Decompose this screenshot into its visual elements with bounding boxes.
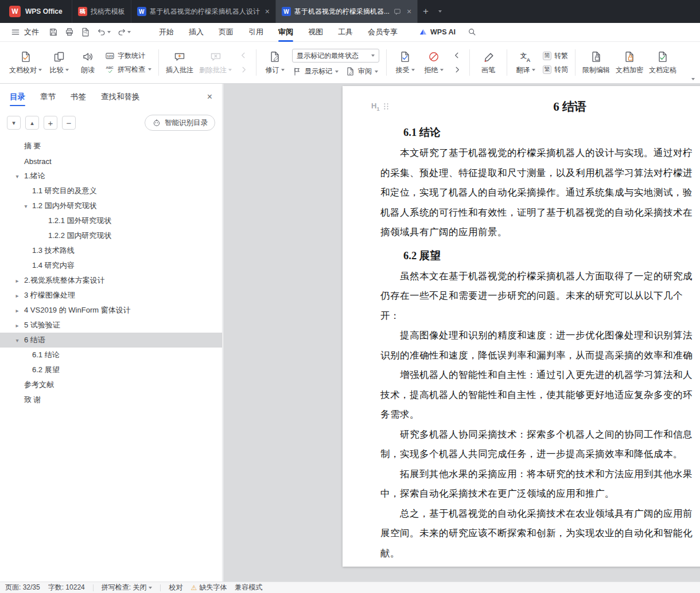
finalize-document-button[interactable]: 文档定稿 — [646, 45, 679, 80]
toc-item[interactable]: ▸2.视觉系统整体方案设计 — [0, 273, 222, 288]
previous-change-button[interactable] — [451, 50, 462, 61]
ink-brush-button[interactable]: 画笔 — [474, 45, 503, 80]
compare-button[interactable]: 比较 — [45, 45, 73, 80]
toc-item[interactable]: 6.1 结论 — [0, 348, 222, 362]
new-tab-button[interactable]: + — [417, 0, 434, 23]
chevron-down-icon — [127, 31, 131, 33]
compat-mode-badge[interactable]: 兼容模式 — [235, 583, 262, 592]
review-pane-button[interactable]: 审阅 — [345, 67, 378, 76]
toc-item[interactable]: Abstract — [0, 154, 222, 169]
close-icon[interactable]: × — [407, 7, 411, 15]
save-button[interactable] — [46, 25, 61, 39]
toc-item[interactable]: 1.2.2 国内研究现状 — [0, 228, 222, 243]
toc-item[interactable]: 参考文献 — [0, 377, 222, 392]
next-comment-button[interactable] — [238, 65, 249, 75]
document-body[interactable]: 6.1 结论 本文研究了基于机器视觉的柠檬采摘机器人的设计与实现。通过对柠 的采… — [380, 119, 700, 563]
undo-button[interactable] — [94, 25, 113, 39]
toc-item[interactable]: ▸4 VS2019 的 WinForm 窗体设计 — [0, 303, 222, 318]
print-button[interactable] — [62, 25, 77, 39]
compare-icon — [53, 50, 65, 63]
document-page[interactable]: H1 6 结语 6.1 结论 本文研究了基于机器视觉的柠檬采摘机器人的设计与实现… — [343, 86, 700, 567]
to-simplified-button[interactable]: 繁 转简 — [543, 65, 568, 75]
tab-tools[interactable]: 工具 — [330, 23, 360, 42]
chevron-down-icon[interactable]: ▾ — [22, 203, 30, 209]
spell-check-button[interactable]: ABC 拼写检查 — [105, 65, 151, 75]
chevron-down-icon[interactable]: ▾ — [13, 337, 21, 344]
toc-next-heading-button[interactable]: ▾ — [7, 116, 21, 130]
file-menu-button[interactable]: 文件 — [6, 27, 44, 37]
doc-line: 虽然本文在基于机器视觉的柠檬采摘机器人方面取得了一定的研究成 — [380, 267, 700, 287]
tab-review[interactable]: 审阅 — [271, 23, 301, 42]
missing-font-warning[interactable]: ⚠缺失字体 — [190, 583, 227, 592]
previous-comment-button[interactable] — [238, 50, 249, 61]
toc-item[interactable]: 1.2.1 国外研究现状 — [0, 213, 222, 228]
tab-chapters[interactable]: 章节 — [40, 84, 56, 110]
tab-home[interactable]: 开始 — [151, 23, 181, 42]
toc-item[interactable]: 1.4 研究内容 — [0, 258, 222, 273]
wps-ai-button[interactable]: WPS AI — [419, 28, 456, 37]
chevron-right-icon[interactable]: ▸ — [13, 322, 21, 329]
close-icon[interactable]: × — [207, 92, 212, 102]
encrypt-document-button[interactable]: 文档加密 — [613, 45, 646, 80]
chevron-right-icon[interactable]: ▸ — [13, 278, 21, 284]
word-count-button[interactable]: 123 字数统计 — [105, 51, 151, 61]
toc-item[interactable]: 摘 要 — [0, 139, 222, 154]
toc-expand-button[interactable]: + — [44, 116, 57, 130]
next-change-button[interactable] — [451, 65, 462, 75]
arrow-right-icon — [239, 65, 248, 75]
toc-item[interactable]: 6.2 展望 — [0, 362, 222, 377]
toc-item[interactable]: ▸5 试验验证 — [0, 318, 222, 333]
tab-document-1[interactable]: W 基于机器视觉的柠檬采摘机器人设计 × — [131, 0, 275, 23]
page-indicator[interactable]: 页面: 32/35 — [5, 583, 40, 592]
chevron-down-icon[interactable]: ▾ — [13, 173, 21, 180]
tab-template-doc[interactable]: 稿 找稿壳模板 — [72, 0, 131, 23]
toc-item[interactable]: 1.1 研究目的及意义 — [0, 184, 222, 198]
restrict-editing-button[interactable]: 限制编辑 — [580, 45, 613, 80]
delete-comment-button[interactable]: 删除批注 — [196, 45, 235, 80]
toc-item[interactable]: ▸3 柠檬图像处理 — [0, 288, 222, 303]
redo-button[interactable] — [114, 25, 133, 39]
translate-button[interactable]: 文A 翻译 — [511, 45, 540, 80]
search-button[interactable] — [465, 25, 480, 39]
proofread-button[interactable]: 校对 — [169, 583, 182, 592]
close-icon[interactable]: × — [265, 7, 270, 15]
toc-item[interactable]: 致 谢 — [0, 392, 222, 407]
doc-proofing-button[interactable]: 文档校对 — [6, 45, 45, 80]
show-markup-button[interactable]: 显示标记 — [292, 67, 339, 76]
accept-change-button[interactable]: 接受 — [391, 45, 419, 80]
tab-list-dropdown[interactable] — [434, 0, 446, 23]
toc-previous-heading-button[interactable]: ▴ — [25, 116, 39, 130]
tab-toc[interactable]: 目录 — [10, 84, 25, 110]
chat-icon[interactable] — [393, 7, 402, 16]
toc-item[interactable]: 1.3 技术路线 — [0, 243, 222, 258]
tab-document-2-active[interactable]: W 基于机器视觉的柠檬采摘机器... × — [275, 0, 417, 23]
print-preview-button[interactable] — [78, 25, 93, 39]
word-doc-icon: W — [137, 7, 146, 16]
review-icon — [345, 67, 355, 76]
markup-state-select[interactable]: 显示标记的最终状态 — [292, 49, 379, 63]
tab-insert[interactable]: 插入 — [181, 23, 211, 42]
tab-reference[interactable]: 引用 — [241, 23, 271, 42]
toc-item[interactable]: ▾1.2 国内外研究现状 — [0, 198, 222, 213]
to-traditional-button[interactable]: 简 转繁 — [543, 51, 568, 61]
tab-page[interactable]: 页面 — [211, 23, 241, 42]
chevron-right-icon[interactable]: ▸ — [13, 292, 21, 299]
ribbon-collapse-icon[interactable] — [691, 78, 695, 80]
toc-item-selected[interactable]: ▾6 结语 — [0, 333, 222, 348]
toc-collapse-button[interactable]: − — [62, 116, 76, 130]
word-count-status[interactable]: 字数: 10224 — [48, 583, 85, 592]
tab-find-replace[interactable]: 查找和替换 — [101, 84, 140, 110]
smart-toc-button[interactable]: 智能识别目录 — [145, 115, 215, 131]
spellcheck-status[interactable]: 拼写检查: 关闭 — [102, 583, 153, 592]
read-aloud-button[interactable]: 朗读 — [73, 45, 102, 80]
insert-comment-button[interactable]: 插入批注 — [163, 45, 196, 80]
doc-line: 摘领域具有广阔的应用前景。 — [380, 223, 700, 243]
reject-change-button[interactable]: 拒绝 — [419, 45, 448, 80]
track-changes-button[interactable]: 修订 — [260, 45, 289, 80]
tab-view[interactable]: 视图 — [301, 23, 330, 42]
tab-member[interactable]: 会员专享 — [360, 23, 405, 42]
tab-bookmarks[interactable]: 书签 — [71, 84, 86, 110]
wps-home-tab[interactable]: W WPS Office — [0, 0, 72, 23]
toc-item[interactable]: ▾1.绪论 — [0, 169, 222, 184]
chevron-right-icon[interactable]: ▸ — [13, 307, 21, 314]
